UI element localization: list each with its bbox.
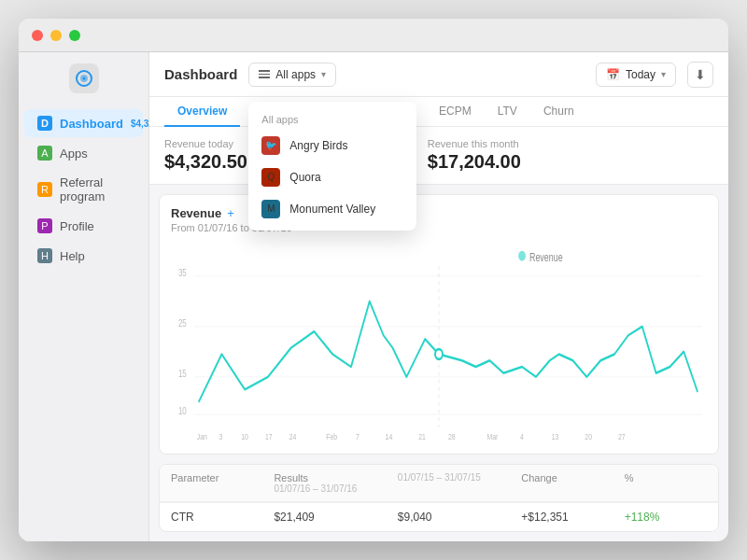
app-name: Quora xyxy=(289,171,320,184)
sidebar: D Dashboard $4,320 A Apps R Referral pro… xyxy=(19,52,149,541)
col-results1: Results 01/07/16 – 31/07/16 xyxy=(274,472,397,494)
data-table: Parameter Results 01/07/16 – 31/07/16 01… xyxy=(159,464,719,532)
tab-overview[interactable]: Overview xyxy=(164,97,240,127)
chevron-down-icon: ▾ xyxy=(321,69,326,79)
col-change: Change xyxy=(521,472,624,494)
tab-churn[interactable]: Churn xyxy=(530,97,587,127)
sidebar-item-label: Profile xyxy=(60,219,94,233)
filter-icon xyxy=(259,70,270,78)
cell-percent: +118% xyxy=(625,511,707,524)
stat-label: Revenue today xyxy=(164,138,247,149)
calendar-icon: 📅 xyxy=(606,68,620,81)
titlebar xyxy=(19,19,728,52)
col-parameter: Parameter xyxy=(171,472,274,494)
all-apps-dropdown[interactable]: All apps ▾ xyxy=(248,63,336,87)
dropdown-header: All apps xyxy=(248,107,416,130)
chart-add-button[interactable]: + xyxy=(227,206,234,220)
svg-text:Jan: Jan xyxy=(197,432,207,441)
svg-text:28: 28 xyxy=(448,432,456,441)
svg-point-14 xyxy=(435,349,443,359)
svg-text:4: 4 xyxy=(520,432,524,441)
maximize-button[interactable] xyxy=(69,30,80,41)
svg-text:7: 7 xyxy=(356,432,359,441)
svg-text:21: 21 xyxy=(418,432,426,441)
minimize-button[interactable] xyxy=(50,30,62,41)
cell-result1: $21,409 xyxy=(274,511,397,524)
sidebar-item-help[interactable]: H Help xyxy=(24,242,143,270)
tab-ltv[interactable]: LTV xyxy=(485,97,530,127)
svg-text:17: 17 xyxy=(265,432,273,441)
col-percent: % xyxy=(625,472,707,494)
stat-revenue-today: Revenue today $4,320.50 xyxy=(164,138,247,173)
dropdown-item-monument-valley[interactable]: M Monument Valley xyxy=(248,193,416,225)
col-results2: 01/07/15 – 31/07/15 xyxy=(398,472,521,494)
date-label: Today xyxy=(626,68,655,81)
referral-icon: R xyxy=(37,182,52,197)
apps-dropdown-menu: All apps 🐦 Angry Birds Q Quora M Monu xyxy=(248,102,416,231)
tabs-bar: Overview Impressions CTR CPC ECPM LTV Ch… xyxy=(149,97,728,127)
topbar: Dashboard All apps ▾ All apps xyxy=(149,52,728,97)
stat-label: Revenue this month xyxy=(428,138,521,149)
dashboard-icon: D xyxy=(37,116,52,131)
sidebar-item-apps[interactable]: A Apps xyxy=(24,139,143,167)
main-content: Dashboard All apps ▾ All apps xyxy=(149,52,728,541)
sidebar-item-dashboard[interactable]: D Dashboard $4,320 xyxy=(24,109,143,137)
stat-value: $17,204.00 xyxy=(428,151,521,173)
table-row: CTR $21,409 $9,040 +$12,351 +118% xyxy=(160,502,718,531)
app-name: Angry Birds xyxy=(289,139,347,152)
sidebar-item-label: Dashboard xyxy=(60,117,123,131)
stat-value: $4,320.50 xyxy=(164,151,247,173)
app-filter-wrapper: All apps ▾ All apps 🐦 Angry Birds xyxy=(248,63,336,87)
app-name: Monument Valley xyxy=(289,203,375,216)
help-icon: H xyxy=(37,248,52,263)
main-window: D Dashboard $4,320 A Apps R Referral pro… xyxy=(19,19,728,541)
stats-row: Revenue today $4,320.50 Revenue yesterda… xyxy=(149,127,728,185)
all-apps-label: All apps xyxy=(275,68,316,81)
sidebar-item-label: Referral program xyxy=(60,175,130,203)
sidebar-item-profile[interactable]: P Profile xyxy=(24,212,143,240)
page-title: Dashboard xyxy=(164,66,237,82)
svg-text:Feb: Feb xyxy=(326,432,337,441)
content-inner: Revenue + From 01/07/16 to 31/07/16 Reve… xyxy=(149,185,728,541)
apps-icon: A xyxy=(37,146,52,161)
profile-icon: P xyxy=(37,218,52,233)
dropdown-item-quora[interactable]: Q Quora xyxy=(248,161,416,193)
app-logo xyxy=(69,63,99,93)
cell-param: CTR xyxy=(171,511,274,524)
svg-text:20: 20 xyxy=(585,432,592,441)
stat-revenue-month: Revenue this month $17,204.00 xyxy=(428,138,521,173)
table-header: Parameter Results 01/07/16 – 31/07/16 01… xyxy=(160,465,718,502)
chart-section: Revenue + From 01/07/16 to 31/07/16 Reve… xyxy=(159,194,719,455)
svg-text:24: 24 xyxy=(289,432,297,441)
svg-text:10: 10 xyxy=(241,432,248,441)
quora-icon: Q xyxy=(261,168,280,187)
chart-title: Revenue xyxy=(171,206,221,220)
cell-result2: $9,040 xyxy=(398,511,521,524)
monument-valley-icon: M xyxy=(261,200,280,218)
revenue-chart: Revenue 35 25 15 10 xyxy=(171,241,707,442)
cell-change: +$12,351 xyxy=(521,511,624,524)
chart-area: Revenue 35 25 15 10 xyxy=(171,241,707,442)
date-filter-dropdown[interactable]: 📅 Today ▾ xyxy=(596,63,676,87)
close-button[interactable] xyxy=(32,30,43,41)
dropdown-item-angry-birds[interactable]: 🐦 Angry Birds xyxy=(248,130,416,161)
download-icon: ⬇ xyxy=(695,67,706,82)
svg-text:Revenue: Revenue xyxy=(529,250,563,263)
sidebar-item-referral[interactable]: R Referral program xyxy=(24,169,143,210)
svg-point-2 xyxy=(82,77,85,80)
svg-text:15: 15 xyxy=(178,368,187,380)
svg-text:13: 13 xyxy=(552,432,559,441)
svg-text:Mar: Mar xyxy=(486,432,498,441)
sidebar-item-label: Help xyxy=(60,249,85,263)
svg-text:10: 10 xyxy=(178,405,187,417)
sidebar-item-label: Apps xyxy=(60,147,88,161)
svg-text:3: 3 xyxy=(218,432,222,441)
download-button[interactable]: ⬇ xyxy=(687,62,713,88)
chevron-down-icon: ▾ xyxy=(661,69,666,79)
svg-text:35: 35 xyxy=(178,267,187,279)
tab-ecpm[interactable]: ECPM xyxy=(426,97,485,127)
svg-text:25: 25 xyxy=(178,317,187,329)
svg-text:14: 14 xyxy=(386,432,393,441)
svg-text:27: 27 xyxy=(618,432,626,441)
angry-birds-icon: 🐦 xyxy=(261,136,280,155)
